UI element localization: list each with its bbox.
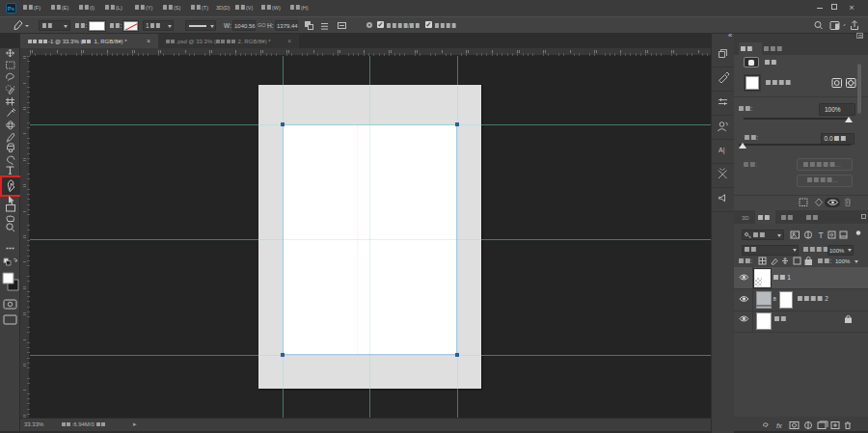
svg-text:fx: fx: [776, 421, 782, 430]
svg-text:A|: A|: [719, 147, 725, 154]
svg-text:T: T: [819, 230, 824, 240]
